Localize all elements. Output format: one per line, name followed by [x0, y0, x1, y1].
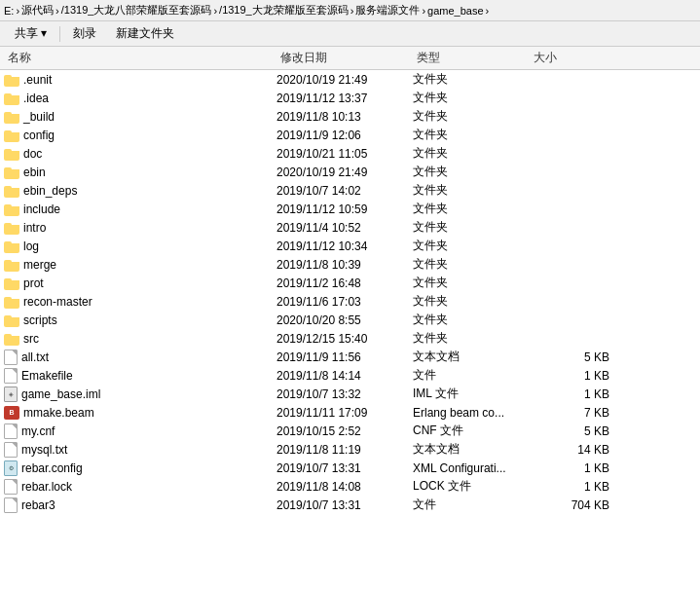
- file-modified: 2019/11/8 10:39: [276, 258, 413, 272]
- file-modified: 2019/12/15 15:40: [276, 332, 413, 346]
- breadcrumb-dir4[interactable]: game_base: [427, 5, 484, 17]
- table-row[interactable]: config2019/11/9 12:06文件夹: [0, 126, 700, 144]
- table-row[interactable]: mysql.txt2019/11/8 11:19文本文档14 KB: [0, 440, 700, 459]
- col-name[interactable]: 名称: [4, 50, 276, 66]
- table-row[interactable]: ebin_deps2019/10/7 14:02文件夹: [0, 181, 700, 200]
- file-type: 文件夹: [413, 219, 530, 236]
- breadcrumb-drive[interactable]: E:: [4, 5, 14, 17]
- folder-icon: [4, 258, 19, 272]
- table-row[interactable]: Emakefile2019/11/8 14:14文件1 KB: [0, 366, 700, 385]
- table-row[interactable]: .idea2019/11/12 13:37文件夹: [0, 89, 700, 107]
- table-row[interactable]: recon-master2019/11/6 17:03文件夹: [0, 292, 700, 311]
- share-button[interactable]: 共享 ▾: [6, 22, 55, 45]
- file-icon: [4, 442, 18, 458]
- file-type: 文件夹: [413, 108, 530, 125]
- table-row[interactable]: scripts2020/10/20 8:55文件夹: [0, 311, 700, 329]
- folder-icon: [4, 239, 19, 253]
- folder-icon: [4, 73, 19, 87]
- col-size[interactable]: 大小: [530, 50, 617, 66]
- breadcrumb-source[interactable]: 源代码: [21, 3, 54, 18]
- file-type: Erlang beam co...: [413, 406, 530, 420]
- breadcrumb-dir1[interactable]: /1319_大龙八部荣耀版至套源码: [61, 3, 212, 18]
- file-name: include: [23, 202, 60, 216]
- file-type: 文本文档: [413, 441, 530, 458]
- file-size: 14 KB: [530, 443, 617, 457]
- table-row[interactable]: prot2019/11/2 16:48文件夹: [0, 274, 700, 292]
- file-size: 1 KB: [530, 369, 617, 383]
- file-modified: 2019/11/12 10:34: [276, 239, 413, 253]
- file-name: _build: [23, 110, 55, 124]
- folder-icon: [4, 313, 19, 327]
- folder-icon: [4, 332, 19, 346]
- file-list: .eunit2020/10/19 21:49文件夹.idea2019/11/12…: [0, 70, 700, 589]
- file-type: 文件夹: [413, 330, 530, 347]
- table-row[interactable]: my.cnf2019/10/15 2:52CNF 文件5 KB: [0, 422, 700, 440]
- file-name: merge: [23, 258, 56, 272]
- file-type: XML Configurati...: [413, 461, 530, 475]
- table-row[interactable]: Bmmake.beam2019/11/11 17:09Erlang beam c…: [0, 403, 700, 422]
- file-name: game_base.iml: [21, 387, 100, 401]
- xml-icon: ⚙: [4, 460, 18, 476]
- table-row[interactable]: merge2019/11/8 10:39文件夹: [0, 255, 700, 274]
- file-type: 文件夹: [413, 145, 530, 162]
- file-name: mysql.txt: [21, 443, 67, 457]
- file-modified: 2020/10/20 8:55: [276, 313, 413, 327]
- file-type: 文件夹: [413, 312, 530, 328]
- table-row[interactable]: all.txt2019/11/9 11:56文本文档5 KB: [0, 348, 700, 366]
- file-name: recon-master: [23, 295, 92, 309]
- file-name: rebar.lock: [21, 480, 72, 494]
- col-modified[interactable]: 修改日期: [276, 50, 413, 66]
- file-type: 文件夹: [413, 201, 530, 217]
- file-modified: 2019/10/7 13:31: [276, 498, 413, 512]
- file-name: .eunit: [23, 73, 52, 87]
- file-type: CNF 文件: [413, 423, 530, 439]
- folder-icon: [4, 166, 19, 179]
- file-type: 文件夹: [413, 127, 530, 143]
- breadcrumb-dir2[interactable]: /1319_大龙荣耀版至套源码: [219, 3, 349, 18]
- file-type: 文件夹: [413, 164, 530, 180]
- table-row[interactable]: src2019/12/15 15:40文件夹: [0, 329, 700, 348]
- table-row[interactable]: rebar.lock2019/11/8 14:08LOCK 文件1 KB: [0, 477, 700, 496]
- file-type: 文件夹: [413, 293, 530, 310]
- folder-icon: [4, 110, 19, 124]
- file-name: rebar3: [21, 498, 55, 512]
- file-modified: 2019/10/15 2:52: [276, 424, 413, 438]
- file-modified: 2019/11/12 13:37: [276, 92, 413, 105]
- file-type: 文件夹: [413, 90, 530, 106]
- folder-icon: [4, 92, 19, 105]
- column-header: 名称 修改日期 类型 大小: [0, 47, 700, 70]
- table-row[interactable]: _build2019/11/8 10:13文件夹: [0, 107, 700, 126]
- table-row[interactable]: include2019/11/12 10:59文件夹: [0, 200, 700, 218]
- new-folder-button[interactable]: 新建文件夹: [107, 22, 183, 45]
- file-name: all.txt: [21, 350, 49, 364]
- file-modified: 2020/10/19 21:49: [276, 73, 413, 87]
- file-name: Emakefile: [21, 369, 73, 383]
- iml-icon: ◈: [4, 387, 18, 402]
- burn-button[interactable]: 刻录: [64, 22, 105, 45]
- folder-icon: [4, 221, 19, 235]
- file-modified: 2019/11/8 10:13: [276, 110, 413, 124]
- table-row[interactable]: doc2019/10/21 11:05文件夹: [0, 144, 700, 163]
- file-name: ebin_deps: [23, 184, 77, 198]
- table-row[interactable]: .eunit2020/10/19 21:49文件夹: [0, 70, 700, 89]
- file-name: ebin: [23, 166, 46, 179]
- breadcrumb-dir3[interactable]: 服务端源文件: [355, 3, 420, 18]
- table-row[interactable]: intro2019/11/4 10:52文件夹: [0, 218, 700, 237]
- table-row[interactable]: rebar32019/10/7 13:31文件704 KB: [0, 496, 700, 514]
- toolbar-separator: [59, 26, 60, 42]
- file-modified: 2019/11/4 10:52: [276, 221, 413, 235]
- table-row[interactable]: ⚙rebar.config2019/10/7 13:31XML Configur…: [0, 459, 700, 477]
- file-name: config: [23, 129, 55, 142]
- file-size: 5 KB: [530, 350, 617, 364]
- table-row[interactable]: ebin2020/10/19 21:49文件夹: [0, 163, 700, 181]
- col-type[interactable]: 类型: [413, 50, 530, 66]
- table-row[interactable]: log2019/11/12 10:34文件夹: [0, 237, 700, 255]
- file-type: 文件夹: [413, 275, 530, 291]
- file-name: .idea: [23, 92, 49, 105]
- breadcrumb: E: › 源代码 › /1319_大龙八部荣耀版至套源码 › /1319_大龙荣…: [0, 0, 700, 21]
- file-modified: 2019/11/2 16:48: [276, 276, 413, 290]
- table-row[interactable]: ◈game_base.iml2019/10/7 13:32IML 文件1 KB: [0, 385, 700, 403]
- file-modified: 2019/11/8 14:14: [276, 369, 413, 383]
- file-name: doc: [23, 147, 42, 161]
- file-name: mmake.beam: [23, 406, 94, 420]
